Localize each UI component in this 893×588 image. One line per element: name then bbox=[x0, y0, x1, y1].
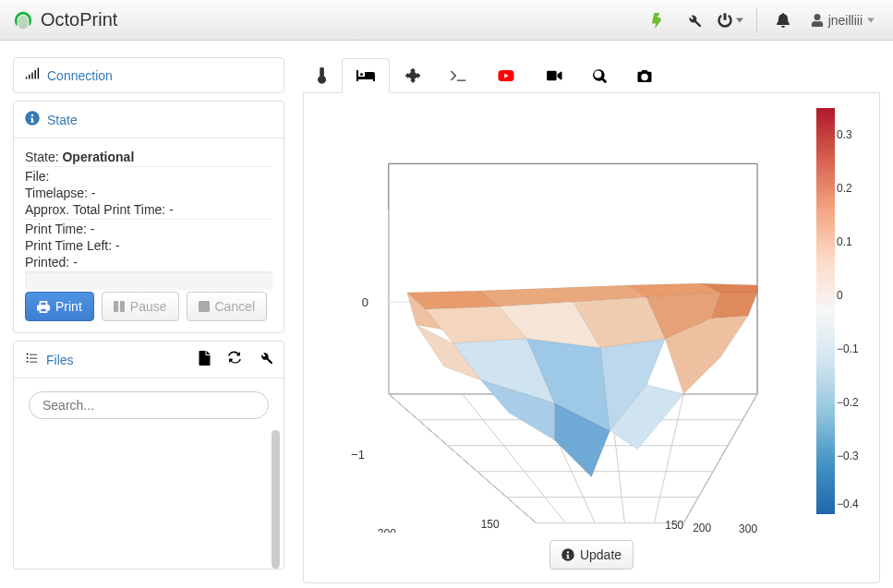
caret-down-icon bbox=[867, 17, 875, 24]
tab-timelapse[interactable] bbox=[622, 58, 667, 93]
colorbar: 0.3 0.2 0.1 0 −0.1 −0.2 −0.3 −0.4 bbox=[803, 108, 868, 533]
content: 0 −1 300 250 200 150 y 300 250 200 150 x bbox=[303, 57, 880, 588]
svg-text:150: 150 bbox=[481, 518, 500, 531]
surface-plot[interactable]: 0 −1 300 250 200 150 y 300 250 200 150 x bbox=[315, 108, 794, 533]
signal-icon bbox=[25, 67, 40, 83]
panel-connection: Connection bbox=[13, 57, 284, 93]
state-label: State: bbox=[25, 150, 59, 164]
panel-state: State State: Operational File: Timelapse… bbox=[13, 101, 284, 333]
panel-state-header[interactable]: State bbox=[14, 102, 284, 138]
wrench-icon[interactable] bbox=[679, 5, 708, 36]
wrench-small-icon[interactable] bbox=[259, 351, 272, 368]
svg-text:−1: −1 bbox=[351, 448, 365, 462]
pause-button[interactable]: Pause bbox=[102, 292, 179, 321]
tab-terminal[interactable] bbox=[436, 58, 480, 93]
svg-point-0 bbox=[320, 78, 322, 81]
state-body: State: Operational File: Timelapse: - Ap… bbox=[14, 138, 284, 332]
tab-temperature[interactable] bbox=[303, 58, 340, 93]
print-button[interactable]: Print bbox=[25, 292, 94, 321]
progress-bar bbox=[25, 271, 272, 290]
username: jneilliii bbox=[828, 13, 863, 28]
panel-files: Files bbox=[13, 341, 284, 570]
print-time-left-label: Print Time Left: bbox=[25, 238, 112, 253]
svg-text:200: 200 bbox=[693, 522, 711, 533]
panel-files-title: Files bbox=[46, 353, 74, 367]
search-input[interactable] bbox=[29, 391, 269, 419]
list-icon bbox=[25, 353, 39, 367]
tab-content-bed-visualizer: 0 −1 300 250 200 150 y 300 250 200 150 x bbox=[303, 93, 880, 583]
file-icon[interactable] bbox=[199, 351, 211, 368]
panel-files-header[interactable]: Files bbox=[14, 342, 284, 378]
svg-text:150: 150 bbox=[665, 519, 683, 532]
panel-connection-header[interactable]: Connection bbox=[14, 58, 284, 92]
svg-line-7 bbox=[683, 394, 757, 523]
approx-label: Approx. Total Print Time: bbox=[25, 202, 165, 217]
user-menu[interactable]: jneilliii bbox=[805, 13, 880, 28]
tabs bbox=[303, 57, 880, 93]
power-icon[interactable] bbox=[716, 5, 745, 36]
files-list[interactable] bbox=[14, 430, 284, 569]
divider bbox=[756, 8, 757, 32]
colorbar-gradient bbox=[816, 108, 835, 514]
tab-webcam[interactable] bbox=[532, 58, 576, 93]
tab-control[interactable] bbox=[392, 58, 434, 93]
tab-youtube[interactable] bbox=[482, 58, 530, 93]
info-icon bbox=[25, 111, 40, 128]
printed-label: Printed: bbox=[25, 255, 69, 270]
update-button[interactable]: Update bbox=[549, 540, 634, 570]
file-label: File: bbox=[25, 169, 49, 184]
print-time-value: - bbox=[91, 222, 95, 236]
approx-value: - bbox=[169, 202, 174, 217]
panel-connection-title: Connection bbox=[47, 68, 113, 83]
tab-gcode-viewer[interactable] bbox=[578, 58, 621, 93]
brand[interactable]: OctoPrint bbox=[13, 9, 117, 30]
print-time-label: Print Time: bbox=[25, 222, 87, 236]
panel-state-title: State bbox=[47, 113, 78, 127]
tab-bed-visualizer[interactable] bbox=[342, 58, 390, 93]
nav-right: jneilliii bbox=[642, 5, 880, 36]
cancel-button[interactable]: Cancel bbox=[187, 292, 268, 321]
timelapse-value: - bbox=[91, 186, 96, 200]
svg-text:0: 0 bbox=[362, 295, 368, 309]
refresh-icon[interactable] bbox=[227, 351, 242, 368]
printed-value: - bbox=[73, 255, 78, 270]
navbar: OctoPrint jneilliii bbox=[0, 0, 893, 41]
print-time-left-value: - bbox=[115, 238, 120, 253]
octoprint-logo-icon bbox=[13, 10, 33, 30]
svg-rect-1 bbox=[320, 69, 321, 79]
state-value: Operational bbox=[62, 150, 134, 164]
user-icon bbox=[811, 14, 824, 27]
bolt-icon[interactable] bbox=[642, 5, 671, 36]
svg-text:300: 300 bbox=[739, 522, 757, 533]
svg-text:300: 300 bbox=[378, 527, 396, 533]
sidebar: Connection State State: Operational File… bbox=[13, 57, 284, 588]
brand-name: OctoPrint bbox=[41, 9, 117, 30]
timelapse-label: Timelapse: bbox=[25, 186, 88, 200]
bell-icon[interactable] bbox=[768, 5, 798, 36]
